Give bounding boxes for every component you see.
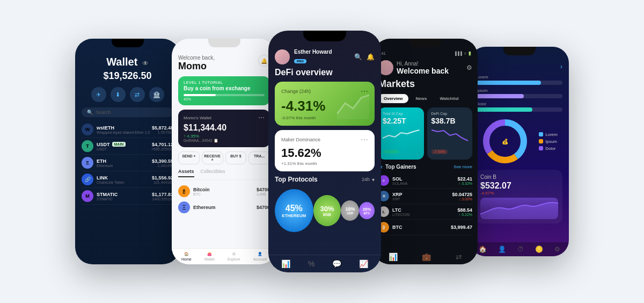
bank-button[interactable]: 🏦 [149,87,164,102]
person-nav-icon[interactable]: 👤 [498,246,506,253]
sol-change: ↑ 3.32% [457,182,472,185]
notch [409,39,442,47]
bar-lorem: Lorem [476,75,562,85]
nav-home[interactable]: 🏠 Home [181,252,192,261]
dolor-dot [539,146,543,150]
chart-nav-icon[interactable]: 📊 [389,252,398,261]
settings-icon[interactable]: ⚙ [466,64,472,71]
progress-fill [184,94,216,96]
welcome-sub: Welcome back [397,67,466,75]
main-badge: MAIN [112,142,126,147]
market-cards: Total M.Cap $2.25T +3.46% DeFi Cap $38.7… [378,107,472,160]
home-icon: 🏠 [184,252,189,256]
buy-button[interactable]: BUY $ [225,152,247,164]
coin-name: Coin B [480,174,558,180]
maker-label: Maker Dominance [281,137,320,142]
xrp-bubble: 10% XRP [341,200,359,221]
action-row: SEND + RECEIVE + BUY $ TRA... [178,152,270,164]
btc-row[interactable]: ₿ Bitcoin BTC $4700 1,445 [178,183,270,199]
tutorial-card: LEVEL 1 TUTORIAL Buy a coin from exchang… [178,76,270,105]
collectibles-tab[interactable]: Collectibles [201,169,225,177]
coin-change: -4.67% [480,191,558,196]
protocols-period: 24h [362,177,370,182]
xrp-name: XRP [392,192,452,197]
asset-row-link[interactable]: 🔗 LINK ChainLink Token $1,556.92 101.444… [82,171,173,188]
sol-row[interactable]: ≡ SOL SOLANA $22.41 ↑ 3.32% [378,173,472,189]
maker-value: 15.62% [281,146,368,160]
asset-row-usdt[interactable]: T USDT MAIN USDT $4,701.12 +685.255692 [82,138,173,155]
message-icon[interactable]: 💬 [332,259,341,268]
exchange-nav-icon[interactable]: ⇄ [456,252,462,261]
notch [303,31,346,41]
bar-ipsum: Ipsum [476,88,562,98]
wallet-label: Wallet [106,56,137,68]
mcap-value: $2.25T [383,117,420,125]
home-nav-icon[interactable]: 🏠 [479,246,487,253]
donut-section: 💰 Lorem Ipsum Dolor [476,117,562,165]
trade-button[interactable]: TRA... [248,152,270,164]
eth-icon: Ξ [178,201,190,213]
percent-icon[interactable]: % [308,259,314,268]
nav-arrows: ‹ › [476,63,562,70]
btc-row[interactable]: ₿ BTC $3,999.47 [378,220,472,235]
eth-pct: 45% [286,204,303,213]
eth-row[interactable]: Ξ Ethereum $4700 [178,199,270,215]
news-tab[interactable]: News [411,94,433,103]
nav-account-label: Account [253,257,267,261]
bar-dolor-fill [476,107,532,112]
asset-name: ETH [97,158,152,164]
see-more-link[interactable]: See more [453,164,472,169]
trend-icon[interactable]: 📈 [359,259,368,268]
watchlist-tab[interactable]: Watchlist [434,94,464,103]
nav-explore[interactable]: ⊞ Explore [228,252,240,261]
search-icon[interactable]: 🔍 [354,53,362,61]
assets-tab[interactable]: Assets [178,169,194,177]
btc-label: BTC [364,212,370,215]
btc-price: $3,999.47 [451,225,472,230]
overview-tab[interactable]: Overview [378,94,408,103]
search-bar[interactable]: 🔍 Search [82,107,173,117]
coins-nav-icon[interactable]: 🪙 [535,246,543,253]
xrp-pct: 10% [345,206,355,212]
bell-icon[interactable]: 🔔 [367,53,375,61]
eye-icon[interactable]: 👁 [142,60,149,67]
settings-nav-icon[interactable]: ⚙ [554,246,560,253]
coin-footer: Coin B $532.07 -4.67% [476,170,562,223]
bnb-label: BNB [323,213,331,217]
receive-button[interactable]: RECEIVE + [202,152,223,164]
xrp-row[interactable]: ✕ XRP XRP $0.04725 ↓ 3.00% [378,189,472,204]
lorem-legend-label: Lorem [545,132,558,137]
send-button[interactable]: ✈ [91,87,106,102]
asset-sub: ChainLink Token [97,181,152,184]
wallet-card: Momo's Wallet ⋯ $11,344.40 ↑ 4.35% 0x454… [178,110,270,147]
more-icon[interactable]: ⋯ [258,114,265,121]
nav-wallet-label: Wallet [204,257,215,261]
send-button[interactable]: SEND + [178,152,200,164]
xrp-price: $0.04725 [452,192,472,197]
copy-icon[interactable]: 📋 [214,139,218,142]
ipsum-legend-label: Ipsum [545,139,557,144]
nav-account[interactable]: 👤 Account [253,252,267,261]
explore-icon: ⊞ [232,252,236,256]
sol-price: $22.41 [457,176,472,182]
wallet-title: Wallet 👁 [82,56,173,68]
mcap-card: Total M.Cap $2.25T +3.46% [378,107,424,160]
user-info: Esther Howard PRO [294,49,354,64]
more-icon[interactable]: ⋯ [361,135,368,144]
right-arrow-icon[interactable]: › [560,63,562,70]
chart-icon[interactable]: 📊 [281,259,290,268]
asset-row-wsteth[interactable]: W wstETH Wrapped liquid staked Ether 2.0… [82,121,173,138]
ltc-row[interactable]: Ł LTC LITECOIN $88.54 ↑ 0.22% [378,204,472,220]
asset-row-eth[interactable]: Ξ ETH Ethereum $3,390.59 1.041495 [82,155,173,171]
section-title: DeFi overview [275,68,375,77]
nav-wallet[interactable]: 👛 Wallet [204,252,215,261]
asset-row-stmatic[interactable]: M STMATIC STMATIC $1,177.83 1400.55516* [82,188,173,205]
clock-nav-icon[interactable]: ⏱ [517,246,524,253]
receive-button[interactable]: ⬇ [111,87,126,102]
chevron-down-icon[interactable]: ▾ [372,177,375,183]
chart-legend: Lorem Ipsum Dolor [539,132,558,151]
exchange-button[interactable]: ⇄ [130,87,145,102]
wallet-address: 0x454AA...34542 📋 [184,139,265,143]
wallet-nav-icon[interactable]: 💼 [422,252,431,261]
phone-light-wallet: Welcome back, Momo 🔔 LEVEL 1 TUTORIAL Bu… [172,39,276,264]
